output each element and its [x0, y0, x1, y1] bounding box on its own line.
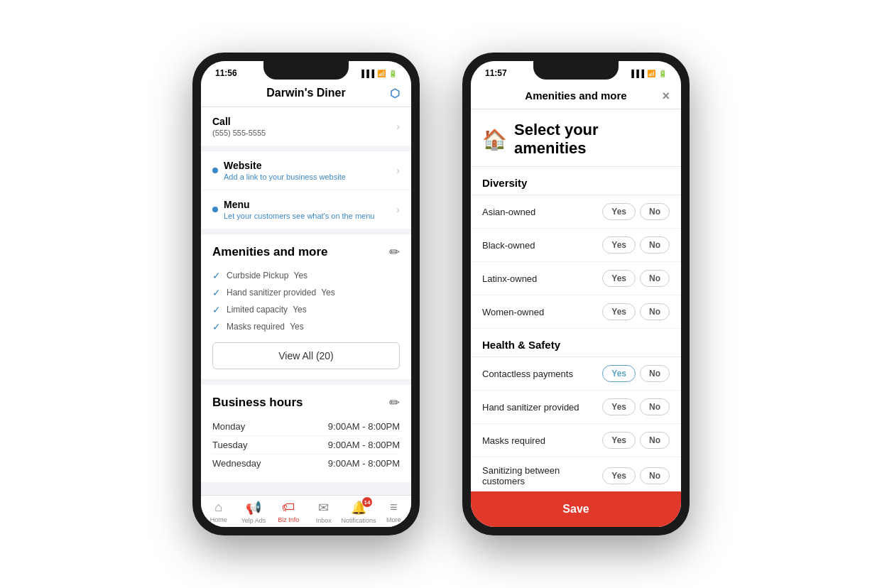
- diversity-name: Latinx-owned: [482, 273, 537, 284]
- diversity-item: Asian-owned Yes No: [471, 195, 681, 229]
- tab-notifications[interactable]: 🔔 14 Notifications: [341, 500, 376, 524]
- website-row[interactable]: Website Add a link to your business webs…: [201, 151, 411, 190]
- p2-body[interactable]: 🏠 Select your amenities Diversity Asian-…: [471, 109, 681, 491]
- notification-badge: 14: [362, 497, 372, 507]
- diversity-name: Women-owned: [482, 307, 544, 317]
- phone-1: 11:56 ▐▐▐ 📶 🔋 Darwin's Diner ⬡ Ca: [192, 53, 420, 535]
- yes-button[interactable]: Yes: [602, 432, 636, 449]
- menu-dot: [212, 207, 218, 212]
- hours-row: Tuesday9:00AM - 8:00PM: [212, 436, 400, 454]
- no-button[interactable]: No: [640, 365, 670, 382]
- p2-close-button[interactable]: ×: [662, 89, 670, 102]
- health-safety-list: Contactless payments Yes No Hand sanitiz…: [471, 357, 681, 491]
- wifi-icon-2: 📶: [647, 70, 655, 77]
- check-icon: ✓: [212, 321, 221, 332]
- website-sub: Add a link to your business website: [224, 173, 391, 181]
- health-item: Hand sanitizer provided Yes No: [471, 391, 681, 424]
- notification-badge-container: 🔔 14: [351, 500, 366, 516]
- health-item: Contactless payments Yes No: [471, 357, 681, 391]
- website-chevron: ›: [396, 165, 400, 176]
- wifi-icon: 📶: [377, 70, 386, 77]
- tab-home[interactable]: ⌂ Home: [201, 500, 236, 524]
- yes-button[interactable]: Yes: [602, 236, 636, 254]
- signal-icon-2: ▐▐▐: [629, 70, 644, 77]
- more-icon: ≡: [390, 500, 398, 515]
- status-time-2: 11:57: [485, 68, 507, 78]
- menu-row[interactable]: Menu Let your customers see what's on th…: [201, 190, 411, 229]
- menu-chevron: ›: [396, 204, 400, 215]
- battery-icon-2: 🔋: [658, 70, 667, 77]
- health-name: Sanitizing between customers: [482, 465, 602, 486]
- website-menu-card: Website Add a link to your business webs…: [201, 151, 411, 229]
- tab-more-label: More: [386, 516, 401, 523]
- no-button[interactable]: No: [640, 203, 670, 220]
- time-range: 9:00AM - 8:00PM: [328, 458, 400, 469]
- check-icon: ✓: [212, 287, 221, 298]
- amenity-item: ✓Hand sanitizer provided Yes: [212, 284, 400, 301]
- toggle-group: Yes No: [602, 203, 670, 220]
- business-hours-title: Business hours: [212, 396, 303, 410]
- yes-button[interactable]: Yes: [602, 203, 636, 220]
- biz-info-icon: 🏷: [282, 500, 295, 515]
- no-button[interactable]: No: [640, 303, 670, 320]
- yes-button[interactable]: Yes: [602, 398, 636, 415]
- hours-section-header: Business hours ✏: [212, 395, 400, 410]
- time-range: 9:00AM - 8:00PM: [328, 440, 400, 450]
- tab-biz-info-label: Biz Info: [278, 516, 299, 523]
- website-dot: [212, 168, 218, 173]
- yes-button[interactable]: Yes: [602, 365, 636, 382]
- toggle-group: Yes No: [602, 365, 670, 382]
- notch-1: [263, 61, 349, 80]
- amenity-value: Yes: [319, 288, 335, 298]
- no-button[interactable]: No: [640, 236, 670, 254]
- call-chevron: ›: [396, 121, 400, 132]
- hours-row: Monday9:00AM - 8:00PM: [212, 418, 400, 436]
- p1-business-name: Darwin's Diner: [266, 87, 345, 99]
- tab-bar: ⌂ Home 📢 Yelp Ads 🏷 Biz Info ✉ Inbox: [201, 495, 411, 527]
- amenities-section: Amenities and more ✏ ✓Curbside Pickup Ye…: [201, 234, 411, 379]
- save-button[interactable]: Save: [471, 491, 681, 527]
- call-row[interactable]: Call (555) 555-5555 ›: [201, 107, 411, 146]
- no-button[interactable]: No: [640, 432, 670, 449]
- toggle-group: Yes No: [602, 236, 670, 254]
- no-button[interactable]: No: [640, 270, 670, 287]
- hours-list: Monday9:00AM - 8:00PMTuesday9:00AM - 8:0…: [212, 418, 400, 472]
- hours-row: Wednesday9:00AM - 8:00PM: [212, 454, 400, 472]
- phone-2: 11:57 ▐▐▐ 📶 🔋 Amenities and more × 🏠 Sel…: [462, 53, 690, 535]
- yes-button[interactable]: Yes: [602, 303, 636, 320]
- no-button[interactable]: No: [640, 467, 670, 484]
- yes-button[interactable]: Yes: [602, 270, 636, 287]
- status-icons-2: ▐▐▐ 📶 🔋: [629, 70, 667, 77]
- toggle-group: Yes No: [602, 270, 670, 287]
- tab-biz-info[interactable]: 🏷 Biz Info: [271, 500, 306, 524]
- notch-2: [533, 61, 619, 80]
- day-label: Monday: [212, 421, 245, 432]
- diversity-name: Black-owned: [482, 240, 535, 251]
- day-label: Wednesday: [212, 458, 261, 469]
- no-button[interactable]: No: [640, 398, 670, 415]
- day-label: Tuesday: [212, 440, 247, 450]
- amenity-value: Yes: [288, 322, 304, 332]
- p1-page-header: Darwin's Diner ⬡: [201, 81, 411, 107]
- time-range: 9:00AM - 8:00PM: [328, 421, 400, 432]
- amenity-value: Yes: [291, 271, 307, 281]
- amenity-list: ✓Curbside Pickup Yes✓Hand sanitizer prov…: [212, 267, 400, 335]
- website-content: Website Add a link to your business webs…: [224, 160, 391, 181]
- tab-inbox[interactable]: ✉ Inbox: [306, 500, 341, 524]
- menu-content: Menu Let your customers see what's on th…: [224, 199, 391, 220]
- call-sub: (555) 555-5555: [212, 129, 391, 137]
- amenity-value: Yes: [290, 305, 307, 315]
- battery-icon: 🔋: [388, 70, 397, 77]
- external-link-icon[interactable]: ⬡: [390, 87, 400, 100]
- tab-yelp-ads[interactable]: 📢 Yelp Ads: [236, 500, 271, 524]
- hours-edit-button[interactable]: ✏: [389, 395, 400, 410]
- check-icon: ✓: [212, 304, 221, 315]
- call-label: Call: [212, 116, 391, 127]
- diversity-section-label: Diversity: [471, 167, 681, 195]
- yes-button[interactable]: Yes: [602, 467, 636, 484]
- p1-scroll-area[interactable]: Call (555) 555-5555 › Website Add a link…: [201, 107, 411, 495]
- toggle-group: Yes No: [602, 467, 670, 484]
- view-all-button[interactable]: View All (20): [212, 342, 400, 369]
- amenities-edit-button[interactable]: ✏: [389, 244, 400, 260]
- tab-more[interactable]: ≡ More: [376, 500, 411, 524]
